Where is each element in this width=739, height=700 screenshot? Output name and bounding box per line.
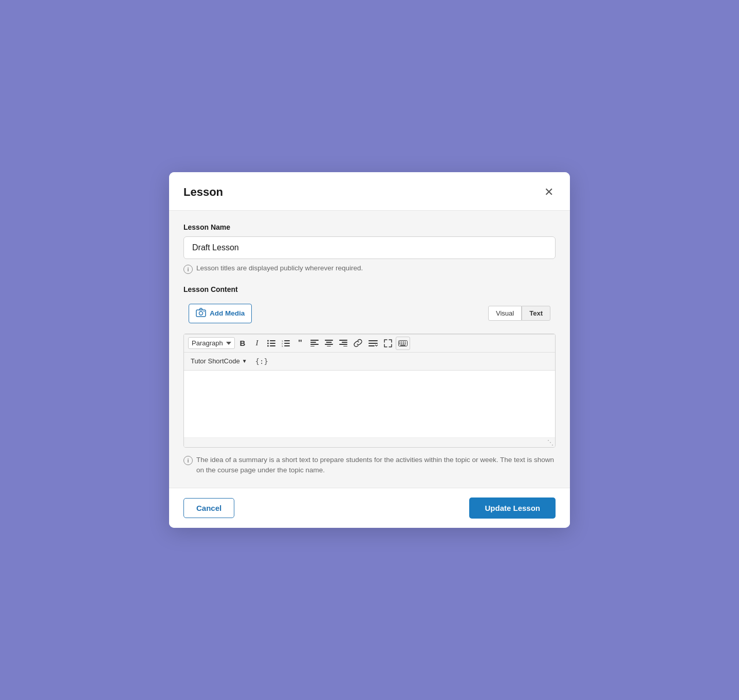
svg-rect-22 — [327, 346, 331, 346]
svg-rect-19 — [325, 340, 333, 341]
lesson-name-hint-text: Lesson titles are displayed publicly whe… — [196, 264, 363, 272]
tab-visual[interactable]: Visual — [488, 306, 522, 321]
svg-rect-24 — [342, 342, 347, 343]
svg-point-7 — [267, 342, 269, 344]
svg-rect-15 — [310, 340, 319, 341]
editor-container: Paragraph Heading 1 Heading 2 Heading 3 … — [183, 334, 556, 448]
svg-rect-27 — [368, 340, 378, 341]
lesson-name-section: Lesson Name i Lesson titles are displaye… — [183, 223, 556, 274]
svg-rect-38 — [405, 343, 406, 344]
editor-tab-group: Visual Text — [488, 306, 550, 321]
align-right-icon — [339, 340, 347, 346]
svg-point-2 — [204, 311, 205, 312]
content-hint-row: i The idea of a summary is a short text … — [183, 455, 556, 476]
svg-rect-18 — [310, 346, 315, 346]
svg-rect-5 — [270, 345, 275, 346]
keyboard-shortcuts-button[interactable] — [396, 337, 410, 350]
svg-text:3.: 3. — [282, 344, 283, 347]
shortcode-bracket-button[interactable]: {:} — [253, 355, 271, 368]
blockquote-button[interactable]: " — [293, 337, 307, 350]
svg-rect-17 — [310, 344, 319, 345]
resize-icon: ⋱ — [547, 439, 553, 446]
info-icon: i — [183, 265, 193, 274]
paragraph-select[interactable]: Paragraph Heading 1 Heading 2 Heading 3 — [188, 337, 235, 349]
italic-icon: I — [256, 339, 258, 347]
modal-footer: Cancel Update Lesson — [169, 488, 570, 528]
align-left-button[interactable] — [308, 337, 321, 350]
svg-rect-23 — [339, 340, 347, 341]
add-media-icon — [196, 308, 206, 319]
align-left-icon — [310, 340, 319, 346]
add-media-label: Add Media — [210, 309, 245, 317]
svg-rect-3 — [270, 340, 275, 341]
link-button[interactable] — [351, 337, 365, 350]
modal-body: Lesson Name i Lesson titles are displaye… — [169, 211, 570, 488]
editor-content-area[interactable] — [184, 371, 555, 437]
more-icon — [368, 340, 378, 346]
tutor-shortcode-button[interactable]: Tutor ShortCode ▼ — [188, 355, 250, 368]
content-info-icon: i — [183, 456, 193, 465]
svg-rect-33 — [403, 341, 404, 342]
lesson-content-section: Lesson Content Add Me — [183, 285, 556, 476]
update-lesson-button[interactable]: Update Lesson — [469, 498, 556, 519]
keyboard-icon — [398, 340, 408, 346]
svg-rect-16 — [310, 342, 316, 343]
lesson-name-label: Lesson Name — [183, 223, 556, 231]
lesson-name-hint-row: i Lesson titles are displayed publicly w… — [183, 264, 556, 274]
fullscreen-icon — [384, 339, 392, 347]
bold-button[interactable]: B — [236, 337, 249, 350]
close-icon: ✕ — [544, 187, 553, 198]
bold-icon: B — [240, 339, 246, 347]
add-media-button[interactable]: Add Media — [189, 304, 252, 323]
svg-point-8 — [267, 345, 269, 346]
editor-second-toolbar: Tutor ShortCode ▼ {:} — [184, 353, 555, 371]
chevron-down-icon: ▼ — [242, 358, 247, 364]
modal-title: Lesson — [183, 186, 223, 199]
lesson-name-input[interactable] — [183, 236, 556, 259]
lesson-content-label: Lesson Content — [183, 285, 556, 293]
italic-button[interactable]: I — [250, 337, 264, 350]
svg-rect-32 — [401, 341, 402, 342]
svg-rect-20 — [326, 342, 332, 343]
svg-rect-31 — [399, 341, 400, 342]
content-hint-text: The idea of a summary is a short text to… — [196, 455, 556, 476]
svg-rect-10 — [284, 343, 290, 344]
close-button[interactable]: ✕ — [542, 185, 556, 200]
svg-rect-37 — [403, 343, 404, 344]
svg-rect-4 — [270, 343, 275, 344]
lesson-modal: Lesson ✕ Lesson Name i Lesson titles are… — [169, 172, 570, 528]
unordered-list-icon — [267, 340, 275, 347]
svg-rect-35 — [399, 343, 400, 344]
more-button[interactable] — [366, 337, 380, 350]
editor-resize-handle: ⋱ — [184, 437, 555, 447]
ordered-list-icon: 1. 2. 3. — [282, 340, 290, 347]
tab-text[interactable]: Text — [522, 306, 550, 321]
svg-rect-29 — [368, 345, 375, 346]
shortcode-bracket-icon: {:} — [255, 357, 268, 365]
link-icon — [354, 339, 362, 347]
modal-overlay: Lesson ✕ Lesson Name i Lesson titles are… — [0, 0, 739, 700]
unordered-list-button[interactable] — [265, 337, 278, 350]
svg-rect-34 — [405, 341, 406, 342]
align-center-icon — [325, 340, 333, 346]
svg-rect-26 — [343, 346, 347, 346]
fullscreen-button[interactable] — [381, 337, 395, 350]
svg-rect-11 — [284, 345, 290, 346]
svg-rect-28 — [368, 343, 378, 344]
modal-header: Lesson ✕ — [169, 172, 570, 211]
svg-point-6 — [267, 340, 269, 341]
svg-point-1 — [199, 311, 203, 315]
svg-rect-9 — [284, 340, 290, 341]
svg-rect-39 — [400, 345, 405, 346]
svg-rect-25 — [339, 344, 347, 345]
ordered-list-button[interactable]: 1. 2. 3. — [279, 337, 292, 350]
svg-rect-21 — [325, 344, 333, 345]
svg-rect-0 — [196, 310, 206, 317]
editor-toolbar: Paragraph Heading 1 Heading 2 Heading 3 … — [184, 334, 555, 353]
tutor-shortcode-label: Tutor ShortCode — [191, 357, 240, 365]
align-center-button[interactable] — [322, 337, 336, 350]
align-right-button[interactable] — [337, 337, 350, 350]
editor-controls-row: Add Media Visual Text — [183, 299, 556, 328]
cancel-button[interactable]: Cancel — [183, 498, 234, 518]
svg-rect-36 — [401, 343, 402, 344]
